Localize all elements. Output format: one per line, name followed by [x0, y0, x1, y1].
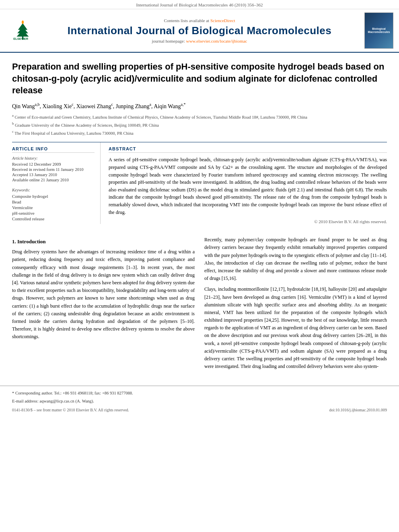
keyword-2: Bead: [12, 199, 95, 204]
article-content: Preparation and swelling properties of p…: [0, 53, 399, 232]
journal-header-center: Contents lists available at ScienceDirec…: [42, 18, 357, 43]
article-info-abstract-cols: ARTICLE INFO Article history: Received 1…: [12, 142, 387, 224]
article-title: Preparation and swelling properties of p…: [12, 61, 387, 97]
page-wrapper: International Journal of Biological Macr…: [0, 0, 399, 532]
journal-homepage: journal homepage: www.elsevier.com/locat…: [46, 39, 353, 43]
intro-left-text: Drug delivery systems have the advantage…: [12, 248, 195, 341]
received-date: Received 12 December 2009: [12, 162, 95, 166]
email-address: E-mail address: aqwang@licp.cas.cn (A. W…: [12, 398, 387, 405]
journal-reference-bar: International Journal of Biological Macr…: [0, 0, 399, 9]
author-sup-b: c: [72, 102, 73, 107]
abstract-label: ABSTRACT: [109, 146, 387, 153]
affiliation-3: c The First Hospital of Lanzhou Universi…: [12, 129, 387, 136]
elsevier-logo-icon: ELSEVIER: [12, 21, 36, 41]
body-left-col: 1. Introduction Drug delivery systems ha…: [12, 236, 195, 374]
homepage-url[interactable]: www.elsevier.com/locate/ijbiomac: [186, 39, 247, 43]
body-content: 1. Introduction Drug delivery systems ha…: [0, 232, 399, 382]
author-sup-a: a,b: [35, 102, 40, 107]
history-label: Article history:: [12, 156, 95, 160]
journal-reference-text: International Journal of Biological Macr…: [136, 2, 263, 7]
contents-label: Contents lists available at: [164, 18, 209, 23]
accepted-date: Accepted 13 January 2010: [12, 173, 95, 177]
journal-cover-area: Biological Macromolecules: [357, 12, 393, 49]
authors-line: Qin Wanga,b, Xiaoling Xiec, Xiaowei Zhan…: [12, 102, 387, 110]
footer-doi: doi:10.1016/j.ijbiomac.2010.01.009: [329, 408, 387, 412]
contents-line: Contents lists available at ScienceDirec…: [46, 18, 353, 23]
article-info-col: ARTICLE INFO Article history: Received 1…: [12, 142, 101, 224]
affiliation-1: a Center of Eco-material and Green Chemi…: [12, 113, 387, 120]
sciencedirect-link[interactable]: ScienceDirect: [210, 18, 235, 23]
corresponding-author: * Corresponding author. Tel.: +86 931 49…: [12, 390, 387, 396]
keywords-block: Keywords: Composite hydrogel Bead Vermic…: [12, 188, 95, 221]
keyword-3: Vermiculite: [12, 205, 95, 210]
abstract-text: A series of pH-sensitive composite hydro…: [109, 156, 387, 216]
body-two-col: 1. Introduction Drug delivery systems ha…: [12, 236, 387, 374]
keyword-1: Composite hydrogel: [12, 194, 95, 199]
author-sup-d: a: [149, 102, 151, 107]
abstract-col: ABSTRACT A series of pH-sensitive compos…: [109, 142, 387, 224]
received-revised-date: Received in revised form 11 January 2010: [12, 167, 95, 172]
journal-title: International Journal of Biological Macr…: [46, 25, 353, 37]
journal-cover-image: Biological Macromolecules: [364, 12, 393, 49]
homepage-label: journal homepage:: [152, 39, 185, 43]
footer-bottom: 0141-8130/$ – see front matter © 2010 El…: [12, 408, 387, 412]
intro-right-text-2: Clays, including montmorillonite [12,17]…: [204, 286, 387, 370]
available-online-date: Available online 21 January 2010: [12, 178, 95, 182]
elsevier-logo-area: ELSEVIER: [6, 21, 42, 41]
author-sup-e: a,*: [181, 102, 186, 107]
journal-cover-title: Biological Macromolecules: [366, 27, 391, 34]
keyword-4: pH-sensitive: [12, 211, 95, 216]
article-info-label: ARTICLE INFO: [12, 146, 95, 153]
article-footer: * Corresponding author. Tel.: +86 931 49…: [0, 386, 399, 416]
footer-legal: 0141-8130/$ – see front matter © 2010 El…: [12, 408, 129, 412]
author-sup-c: c: [111, 102, 113, 107]
article-history: Article history: Received 12 December 20…: [12, 156, 95, 182]
intro-right-text-1: Recently, many polymer/clay composite hy…: [204, 236, 387, 282]
affiliation-2: b Graduate University of the Chinese Aca…: [12, 121, 387, 128]
affiliations: a Center of Eco-material and Green Chemi…: [12, 113, 387, 137]
keywords-label: Keywords:: [12, 188, 95, 192]
keyword-5: Controlled release: [12, 216, 95, 221]
body-right-col: Recently, many polymer/clay composite hy…: [204, 236, 387, 374]
svg-marker-3: [17, 30, 29, 37]
svg-point-4: [22, 21, 24, 24]
copyright-line: © 2010 Elsevier B.V. All rights reserved…: [109, 219, 387, 224]
section-1-heading: 1. Introduction: [12, 238, 195, 245]
svg-text:ELSEVIER: ELSEVIER: [13, 37, 29, 41]
journal-header: ELSEVIER Contents lists available at Sci…: [0, 9, 399, 53]
